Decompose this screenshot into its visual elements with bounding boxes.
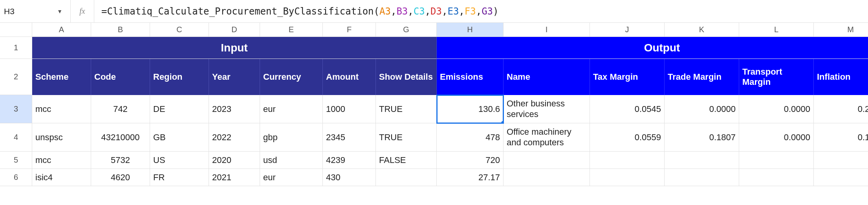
col-head-j[interactable]: J [590,23,665,37]
hdr-transport[interactable]: Transport Margin [739,59,814,95]
col-head-h[interactable]: H [437,23,504,37]
cell-l6[interactable] [739,169,814,186]
hdr-currency[interactable]: Currency [260,59,323,95]
select-all-corner[interactable] [0,23,32,37]
col-head-m[interactable]: M [814,23,868,37]
fx-icon[interactable]: fx [71,0,94,22]
row-head-3[interactable]: 3 [0,95,32,123]
hdr-show-details[interactable]: Show Details [376,59,437,95]
cell-l5[interactable] [739,152,814,169]
formula-ref-b: B3 [396,6,408,17]
hdr-emissions[interactable]: Emissions [437,59,504,95]
cell-b5[interactable]: 5732 [91,152,150,169]
formula-ref-g: G3 [482,6,493,17]
col-head-g[interactable]: G [376,23,437,37]
col-head-b[interactable]: B [91,23,150,37]
cell-g4[interactable]: TRUE [376,123,437,152]
name-box[interactable]: H3 ▼ [0,0,71,22]
cell-j4[interactable]: 0.0559 [590,123,665,152]
cell-h5[interactable]: 720 [437,152,504,169]
cell-e4[interactable]: gbp [260,123,323,152]
cell-b6[interactable]: 4620 [91,169,150,186]
cell-c6[interactable]: FR [150,169,209,186]
col-head-i[interactable]: I [504,23,590,37]
cell-i4[interactable]: Office machinery and computers [504,123,590,152]
cell-i6[interactable] [504,169,590,186]
name-box-dropdown-icon[interactable]: ▼ [57,8,62,15]
cell-m6[interactable] [814,169,868,186]
cell-e5[interactable]: usd [260,152,323,169]
spreadsheet-grid: A B C D E F G H I J K L M 1 Input Output… [0,23,868,186]
formula-input[interactable]: =Climatiq_Calculate_Procurement_ByClassi… [94,6,868,17]
formula-suffix: ) [493,6,498,17]
merged-header-input[interactable]: Input [32,37,437,59]
hdr-inflation[interactable]: Inflation [814,59,868,95]
cell-k3[interactable]: 0.0000 [665,95,739,123]
col-head-l[interactable]: L [739,23,814,37]
col-head-c[interactable]: C [150,23,209,37]
cell-l4[interactable]: 0.0000 [739,123,814,152]
cell-k4[interactable]: 0.1807 [665,123,739,152]
cell-i5[interactable] [504,152,590,169]
cell-d5[interactable]: 2020 [209,152,260,169]
cell-j6[interactable] [590,169,665,186]
col-head-k[interactable]: K [665,23,739,37]
row-head-4[interactable]: 4 [0,123,32,152]
merged-header-output[interactable]: Output [437,37,868,59]
cell-d4[interactable]: 2022 [209,123,260,152]
row-head-5[interactable]: 5 [0,152,32,169]
cell-c4[interactable]: GB [150,123,209,152]
cell-a6[interactable]: isic4 [32,169,91,186]
col-head-e[interactable]: E [260,23,323,37]
row-head-2[interactable]: 2 [0,59,32,95]
cell-g6[interactable] [376,169,437,186]
formula-ref-a: A3 [379,6,391,17]
cell-m3[interactable]: 0.2204 [814,95,868,123]
cell-g3[interactable]: TRUE [376,95,437,123]
hdr-trade[interactable]: Trade Margin [665,59,739,95]
cell-e6[interactable]: eur [260,169,323,186]
cell-b3[interactable]: 742 [91,95,150,123]
cell-h4[interactable]: 478 [437,123,504,152]
cell-f3[interactable]: 1000 [323,95,376,123]
hdr-year[interactable]: Year [209,59,260,95]
cell-i3[interactable]: Other business services [504,95,590,123]
name-box-text: H3 [4,7,15,16]
cell-a4[interactable]: unspsc [32,123,91,152]
cell-a5[interactable]: mcc [32,152,91,169]
cell-g5[interactable]: FALSE [376,152,437,169]
hdr-region[interactable]: Region [150,59,209,95]
cell-a3[interactable]: mcc [32,95,91,123]
cell-k5[interactable] [665,152,739,169]
cell-j5[interactable] [590,152,665,169]
hdr-code[interactable]: Code [91,59,150,95]
cell-h6[interactable]: 27.17 [437,169,504,186]
cell-b4[interactable]: 43210000 [91,123,150,152]
cell-f6[interactable]: 430 [323,169,376,186]
cell-f5[interactable]: 4239 [323,152,376,169]
cell-m5[interactable] [814,152,868,169]
row-head-1[interactable]: 1 [0,37,32,59]
cell-j3[interactable]: 0.0545 [590,95,665,123]
hdr-scheme[interactable]: Scheme [32,59,91,95]
row-head-6[interactable]: 6 [0,169,32,186]
hdr-amount[interactable]: Amount [323,59,376,95]
cell-l3[interactable]: 0.0000 [739,95,814,123]
cell-c3[interactable]: DE [150,95,209,123]
cell-h3[interactable]: 130.6 [437,95,504,123]
cell-f4[interactable]: 2345 [323,123,376,152]
col-head-a[interactable]: A [32,23,91,37]
cell-d6[interactable]: 2021 [209,169,260,186]
formula-ref-c: C3 [414,6,425,17]
cell-d3[interactable]: 2023 [209,95,260,123]
cell-k6[interactable] [665,169,739,186]
hdr-name[interactable]: Name [504,59,590,95]
hdr-tax[interactable]: Tax Margin [590,59,665,95]
formula-ref-e: E3 [447,6,459,17]
cell-e3[interactable]: eur [260,95,323,123]
col-head-d[interactable]: D [209,23,260,37]
cell-m4[interactable]: 0.1169 [814,123,868,152]
formula-ref-d: D3 [430,6,442,17]
cell-c5[interactable]: US [150,152,209,169]
col-head-f[interactable]: F [323,23,376,37]
